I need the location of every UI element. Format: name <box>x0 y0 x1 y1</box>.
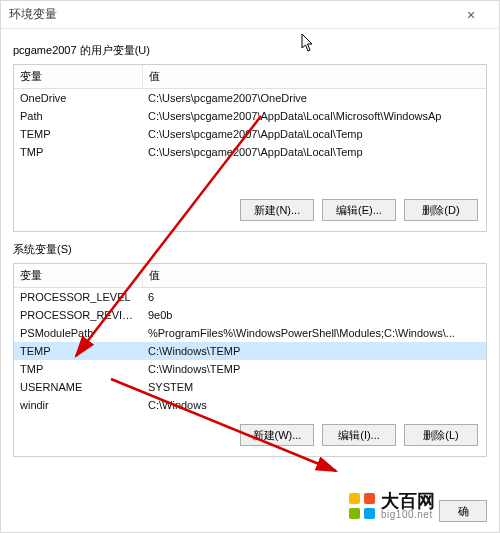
table-row[interactable]: OneDrive C:\Users\pcgame2007\OneDrive <box>14 89 486 108</box>
cell-value: C:\Windows <box>142 396 486 414</box>
sys-new-button[interactable]: 新建(W)... <box>240 424 314 446</box>
sys-delete-button[interactable]: 删除(L) <box>404 424 478 446</box>
cell-value: C:\Windows\TEMP <box>142 360 486 378</box>
user-edit-button[interactable]: 编辑(E)... <box>322 199 396 221</box>
table-row[interactable]: PSModulePath%ProgramFiles%\WindowsPowerS… <box>14 324 486 342</box>
cell-name: TMP <box>14 143 142 161</box>
cell-name: PROCESSOR_LEVEL <box>14 288 142 307</box>
col-header-name[interactable]: 变量 <box>14 65 142 89</box>
table-row[interactable]: TEMP C:\Users\pcgame2007\AppData\Local\T… <box>14 125 486 143</box>
table-row[interactable]: PROCESSOR_LEVEL6 <box>14 288 486 307</box>
cell-name: windir <box>14 396 142 414</box>
col-header-value[interactable]: 值 <box>142 65 486 89</box>
cell-name: Path <box>14 107 142 125</box>
sys-vars-list[interactable]: 变量 值 PROCESSOR_LEVEL6PROCESSOR_REVISION9… <box>14 264 486 414</box>
watermark-brand: 大百网 <box>381 492 435 510</box>
cell-name: USERNAME <box>14 378 142 396</box>
watermark-logo-icon <box>349 493 375 519</box>
table-row[interactable]: TMP C:\Users\pcgame2007\AppData\Local\Te… <box>14 143 486 161</box>
user-vars-group: 变量 值 OneDrive C:\Users\pcgame2007\OneDri… <box>13 64 487 232</box>
cell-name: PROCESSOR_REVISION <box>14 306 142 324</box>
cell-value: 6 <box>142 288 486 307</box>
titlebar: 环境变量 × <box>1 1 499 29</box>
col-header-value[interactable]: 值 <box>142 264 486 288</box>
cell-name: TEMP <box>14 342 142 360</box>
table-row[interactable]: TEMPC:\Windows\TEMP <box>14 342 486 360</box>
cell-name: TEMP <box>14 125 142 143</box>
user-delete-button[interactable]: 删除(D) <box>404 199 478 221</box>
content-area: pcgame2007 的用户变量(U) 变量 值 OneDrive C:\Use… <box>1 29 499 457</box>
table-row[interactable]: TMPC:\Windows\TEMP <box>14 360 486 378</box>
col-header-name[interactable]: 变量 <box>14 264 142 288</box>
watermark-url: big100.net <box>381 510 435 520</box>
cell-name: PSModulePath <box>14 324 142 342</box>
sys-vars-group: 变量 值 PROCESSOR_LEVEL6PROCESSOR_REVISION9… <box>13 263 487 457</box>
sys-edit-button[interactable]: 编辑(I)... <box>322 424 396 446</box>
env-vars-dialog: 环境变量 × pcgame2007 的用户变量(U) 变量 值 OneDrive <box>0 0 500 533</box>
window-title: 环境变量 <box>9 6 451 23</box>
sys-vars-buttons: 新建(W)... 编辑(I)... 删除(L) <box>14 414 486 456</box>
cell-value: C:\Users\pcgame2007\AppData\Local\Micros… <box>142 107 486 125</box>
table-row[interactable]: windirC:\Windows <box>14 396 486 414</box>
cell-value: SYSTEM <box>142 378 486 396</box>
cell-value: C:\Users\pcgame2007\OneDrive <box>142 89 486 108</box>
user-vars-buttons: 新建(N)... 编辑(E)... 删除(D) <box>14 189 486 231</box>
cell-name: OneDrive <box>14 89 142 108</box>
sys-vars-label: 系统变量(S) <box>13 242 487 257</box>
user-new-button[interactable]: 新建(N)... <box>240 199 314 221</box>
cell-value: C:\Windows\TEMP <box>142 342 486 360</box>
watermark: 大百网 big100.net <box>349 486 489 526</box>
cell-value: C:\Users\pcgame2007\AppData\Local\Temp <box>142 143 486 161</box>
user-vars-label: pcgame2007 的用户变量(U) <box>13 43 487 58</box>
table-row[interactable]: USERNAMESYSTEM <box>14 378 486 396</box>
table-row[interactable]: Path C:\Users\pcgame2007\AppData\Local\M… <box>14 107 486 125</box>
table-row[interactable]: PROCESSOR_REVISION9e0b <box>14 306 486 324</box>
cell-value: 9e0b <box>142 306 486 324</box>
cell-value: C:\Users\pcgame2007\AppData\Local\Temp <box>142 125 486 143</box>
cell-value: %ProgramFiles%\WindowsPowerShell\Modules… <box>142 324 486 342</box>
cell-name: TMP <box>14 360 142 378</box>
user-vars-list[interactable]: 变量 值 OneDrive C:\Users\pcgame2007\OneDri… <box>14 65 486 189</box>
close-icon[interactable]: × <box>451 7 491 23</box>
